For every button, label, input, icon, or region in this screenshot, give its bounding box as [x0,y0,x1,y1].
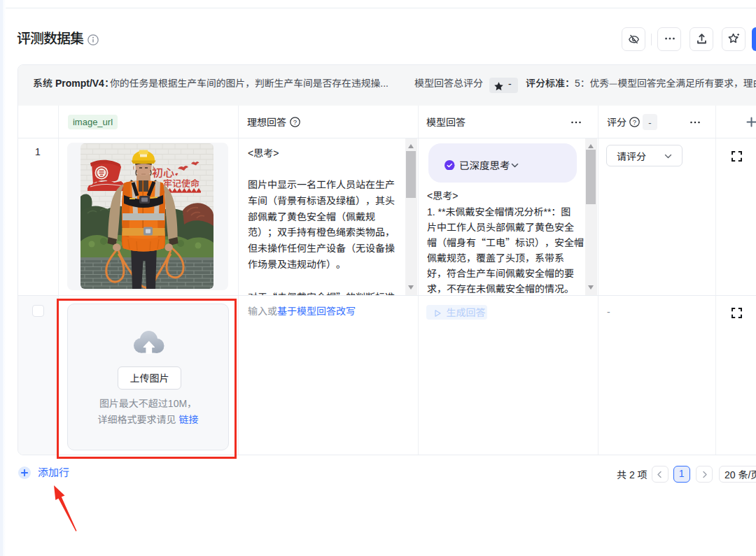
svg-text:?: ? [633,118,636,126]
svg-text:?: ? [293,118,297,126]
svg-text:牢记使命: 牢记使命 [163,176,200,190]
